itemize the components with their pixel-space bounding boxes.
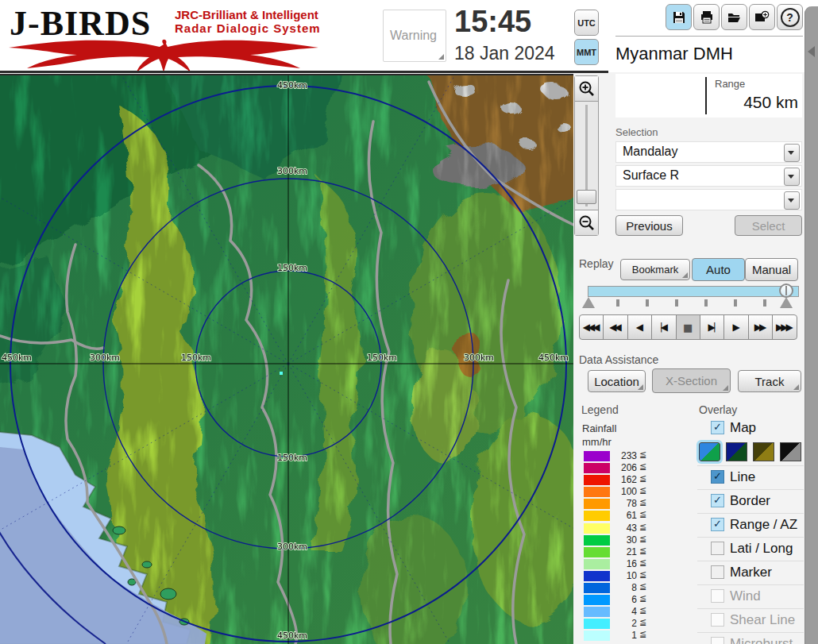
chevron-down-icon — [788, 151, 794, 155]
legend-leq-symbol: ≦ — [639, 581, 646, 592]
overlay-item-label: Lati / Long — [730, 541, 793, 557]
bookmark-label: Bookmark — [632, 264, 679, 276]
overlay-checkbox-marker[interactable] — [711, 565, 724, 579]
legend-row: 30≦ — [582, 534, 662, 546]
replay-range-start[interactable] — [582, 297, 595, 308]
zoom-out-button[interactable] — [575, 210, 598, 235]
legend-label: Legend — [581, 403, 619, 416]
mmt-button[interactable]: MMT — [574, 39, 599, 65]
selection-field-2[interactable]: Surface R — [615, 165, 802, 187]
overlay-checkbox-line[interactable]: ✓ — [711, 470, 724, 484]
legend-value: 43 — [582, 523, 637, 534]
selection-field-3[interactable] — [615, 189, 802, 210]
selection-dropdown-button[interactable] — [784, 144, 800, 162]
play-reverse-button[interactable]: ◀ — [627, 314, 652, 340]
forward-fast-button[interactable]: ▶▶▶ — [772, 314, 797, 340]
overlay-checkbox-lati-long[interactable] — [711, 542, 724, 555]
legend-row: 8≦ — [582, 582, 662, 594]
mmt-label: MMT — [577, 48, 596, 57]
select-button[interactable]: Select — [735, 215, 802, 236]
legend-leq-symbol: ≦ — [639, 509, 646, 519]
warning-button[interactable]: Warning — [383, 10, 446, 62]
utc-button[interactable]: UTC — [574, 10, 599, 36]
track-button[interactable]: Track — [738, 370, 801, 392]
legend-value: 2 — [582, 618, 637, 629]
legend-title-1: Rainfall — [582, 422, 616, 434]
selection-field-2-value: Surface R — [623, 168, 679, 183]
legend-leq-symbol: ≦ — [639, 605, 646, 615]
track-corner-icon — [793, 384, 799, 390]
replay-slider-handle[interactable] — [779, 283, 793, 298]
map-style-swatch-1[interactable] — [699, 442, 720, 461]
ring-label: 450km — [277, 80, 307, 91]
save-button[interactable] — [666, 4, 692, 30]
xsection-button[interactable]: X-Section — [652, 368, 731, 393]
overlay-row: ✓Line — [697, 466, 804, 489]
ring-label: 150km — [367, 353, 397, 363]
panel-collapse-handle[interactable] — [808, 46, 815, 57]
overlay-list: ✓Map✓Line✓Border✓Range / AZLati / LongMa… — [697, 417, 804, 644]
slider-tick — [675, 299, 678, 307]
location-label: Location — [594, 375, 639, 388]
auto-label: Auto — [706, 263, 731, 276]
overlay-checkbox-range-az[interactable]: ✓ — [711, 518, 724, 531]
stop-button[interactable]: ■ — [676, 314, 700, 340]
save-icon — [672, 10, 686, 25]
overlay-checkbox-map[interactable]: ✓ — [711, 421, 724, 434]
selection-dropdown-button[interactable] — [784, 191, 800, 210]
help-icon: ? — [781, 8, 800, 27]
overlay-item-label: Range / AZ — [730, 517, 797, 533]
previous-button[interactable]: Previous — [615, 215, 683, 236]
auto-button[interactable]: Auto — [692, 258, 745, 281]
step-forward-button[interactable]: ▶| — [700, 314, 724, 340]
playback-glyph-icon: ▶▶ — [754, 322, 766, 333]
map-style-swatch-4[interactable] — [780, 442, 801, 461]
zoom-slider-handle[interactable] — [577, 190, 596, 204]
ring-label: 150km — [277, 263, 307, 273]
ring-label: 450km — [2, 353, 32, 363]
clock-time: 15:45 — [454, 5, 569, 39]
legend-leq-symbol: ≦ — [639, 617, 646, 627]
selection-dropdown-button[interactable] — [784, 168, 800, 186]
export-button[interactable] — [749, 4, 775, 30]
map-style-swatch-3[interactable] — [753, 442, 774, 461]
data-assistance-label: Data Assistance — [579, 353, 658, 366]
map-style-swatch-2[interactable] — [726, 442, 747, 461]
print-button[interactable] — [693, 4, 720, 30]
legend-value: 6 — [582, 594, 637, 605]
zoom-in-button[interactable] — [575, 76, 598, 102]
location-button[interactable]: Location — [588, 370, 646, 392]
play-button[interactable]: ▶ — [723, 314, 748, 340]
step-back-button[interactable]: |◀ — [651, 314, 676, 340]
bookmark-button[interactable]: Bookmark — [620, 259, 690, 280]
playback-glyph-icon: ▶▶▶ — [776, 322, 793, 333]
replay-range-end[interactable] — [780, 297, 793, 308]
forward-button[interactable]: ▶▶ — [748, 314, 773, 340]
legend-title-2: mm/hr — [582, 436, 612, 448]
ring-label: 300km — [464, 353, 494, 363]
range-label: Range — [715, 78, 745, 90]
overlay-checkbox-border[interactable]: ✓ — [711, 494, 724, 507]
check-icon: ✓ — [713, 470, 722, 482]
legend-value: 4 — [582, 606, 637, 617]
rewind-fast-button[interactable]: ◀◀◀ — [579, 314, 604, 340]
help-button[interactable]: ? — [777, 4, 803, 30]
overlay-row: ✓Border — [697, 490, 804, 513]
manual-button[interactable]: Manual — [745, 258, 798, 281]
utc-label: UTC — [577, 18, 596, 28]
selection-field-1[interactable]: Mandalay — [615, 141, 802, 163]
legend-row: 78≦ — [582, 498, 662, 510]
legend-value: 8 — [582, 582, 637, 593]
playback-glyph-icon: ▶| — [708, 322, 716, 333]
rewind-button[interactable]: ◀◀ — [603, 314, 627, 340]
map-area[interactable]: 450km 300km 150km 150km 300km 450km 450k… — [0, 74, 573, 644]
open-button[interactable] — [721, 4, 747, 30]
legend-leq-symbol: ≦ — [639, 629, 646, 639]
logo-subtitle-1: JRC-Brilliant & Intelligent — [175, 9, 318, 21]
overlay-checkbox-microburst — [711, 637, 724, 644]
zoom-strip — [574, 75, 599, 236]
playback-glyph-icon: ◀◀ — [609, 322, 621, 333]
selection-label: Selection — [615, 126, 658, 138]
overlay-row: Wind — [697, 585, 804, 608]
replay-slider[interactable] — [588, 286, 799, 297]
